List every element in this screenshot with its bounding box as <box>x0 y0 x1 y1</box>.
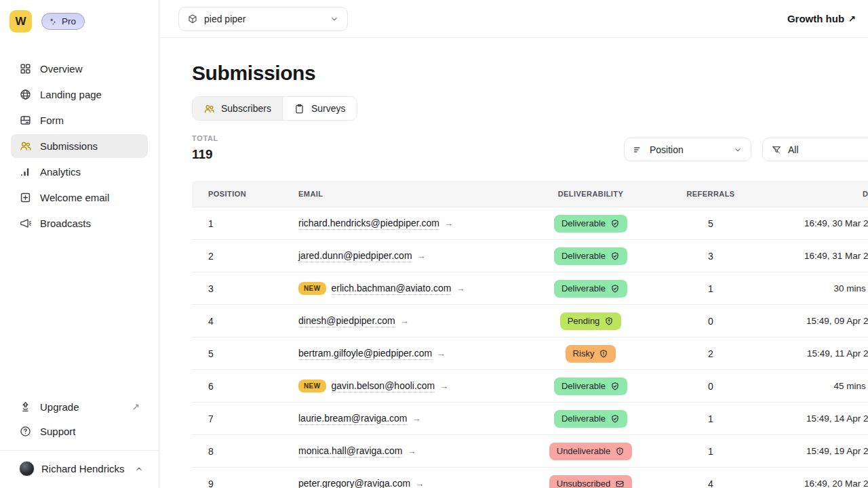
tab-surveys[interactable]: Surveys <box>282 97 357 120</box>
pro-badge-label: Pro <box>62 16 76 26</box>
filter-select[interactable]: All <box>762 138 868 161</box>
table-row[interactable]: 2 jared.dunn@piedpiper.com → Deliverable… <box>192 239 868 272</box>
sort-select[interactable]: Position <box>624 138 751 161</box>
table-row[interactable]: 6 NEW gavin.belson@hooli.com → Deliverab… <box>192 369 868 402</box>
table-body: 1 richard.hendricks@piedpiper.com → Deli… <box>192 207 868 488</box>
referrals-cell: 1 <box>655 283 766 294</box>
upgrade-icon <box>19 401 32 413</box>
sort-icon <box>633 144 644 155</box>
table-row[interactable]: 4 dinesh@piedpiper.com → Pending 0 15:49… <box>192 304 868 337</box>
email-cell: richard.hendricks@piedpiper.com → <box>282 218 526 230</box>
growth-hub-label: Growth hub <box>787 13 844 24</box>
email-cell: NEW erlich.bachman@aviato.com → <box>282 282 526 295</box>
sidebar-item-label: Submissions <box>40 140 98 152</box>
tab-subscribers[interactable]: Subscribers <box>193 97 282 120</box>
upgrade-button[interactable]: Upgrade ↗ <box>11 394 148 419</box>
status-label: Unsubscribed <box>557 479 611 488</box>
column-header-referrals: Referrals <box>655 190 766 198</box>
sidebar-item-label: Analytics <box>40 166 81 178</box>
email-cell: bertram.gilfoyle@piedpiper.com → <box>282 348 526 360</box>
email-link[interactable]: erlich.bachman@aviato.com → <box>332 283 465 295</box>
date-cell: 15:49, 14 Apr 2025 <box>766 413 868 424</box>
user-menu[interactable]: Richard Hendricks <box>0 450 159 488</box>
workspace-select[interactable]: pied piper <box>178 7 348 31</box>
arrow-right-icon: → <box>439 381 448 391</box>
arrow-right-icon: → <box>444 218 453 228</box>
help-circle-icon <box>19 425 32 438</box>
date-cell: 45 mins ago <box>766 381 868 391</box>
deliverability-cell: Deliverable <box>526 378 655 395</box>
tab-label: Surveys <box>311 103 346 114</box>
deliverability-cell: Deliverable <box>526 215 655 232</box>
email-link[interactable]: jared.dunn@piedpiper.com → <box>298 250 426 262</box>
deliverability-cell: Deliverable <box>526 410 655 428</box>
email-link[interactable]: peter.gregory@raviga.com → <box>298 478 424 488</box>
chevron-down-icon <box>330 14 339 24</box>
tab-group: Subscribers Surveys <box>192 96 357 121</box>
sidebar-item-welcome-email[interactable]: Welcome email <box>11 186 148 209</box>
sidebar-item-overview[interactable]: Overview <box>11 57 148 81</box>
table-row[interactable]: 3 NEW erlich.bachman@aviato.com → Delive… <box>192 272 868 304</box>
email-link[interactable]: laurie.bream@raviga.com → <box>298 413 421 425</box>
deliverability-cell: Unsubscribed <box>526 475 655 488</box>
sidebar-item-landing-page[interactable]: Landing page <box>11 83 148 106</box>
email-link[interactable]: monica.hall@raviga.com → <box>298 445 416 458</box>
bar-chart-icon <box>19 165 32 178</box>
position-cell: 6 <box>192 381 282 392</box>
workspace-name: pied piper <box>204 14 246 24</box>
table-row[interactable]: 9 peter.gregory@raviga.com → Unsubscribe… <box>192 467 868 488</box>
submissions-table: Position Email Deliverability Referrals … <box>192 181 868 488</box>
email-link[interactable]: gavin.belson@hooli.com → <box>332 380 449 392</box>
sidebar-item-form[interactable]: Form <box>11 108 148 132</box>
email-text: gavin.belson@hooli.com <box>332 380 435 392</box>
status-icon <box>610 382 620 391</box>
status-label: Pending <box>568 316 600 326</box>
email-link[interactable]: richard.hendricks@piedpiper.com → <box>298 218 453 230</box>
email-link[interactable]: bertram.gilfoyle@piedpiper.com → <box>298 348 446 360</box>
table-header: Position Email Deliverability Referrals … <box>192 181 868 207</box>
sidebar-item-broadcasts[interactable]: Broadcasts <box>11 211 148 235</box>
arrow-right-icon: → <box>412 413 421 424</box>
column-header-date: Date <box>766 190 868 198</box>
arrow-right-icon: → <box>456 283 465 293</box>
avatar <box>19 461 35 476</box>
date-cell: 16:49, 20 Mar 2025 <box>766 479 868 488</box>
external-link-icon: ↗ <box>132 401 140 412</box>
sidebar-item-submissions[interactable]: Submissions <box>11 134 148 158</box>
table-row[interactable]: 8 monica.hall@raviga.com → Undeliverable… <box>192 434 868 467</box>
table-row[interactable]: 1 richard.hendricks@piedpiper.com → Deli… <box>192 207 868 239</box>
footer-item-label: Upgrade <box>40 401 79 413</box>
status-badge: Deliverable <box>554 378 627 395</box>
chevron-up-icon <box>134 464 144 474</box>
status-label: Deliverable <box>561 283 606 293</box>
sidebar-nav: Overview Landing page Form Submissions A… <box>0 57 159 235</box>
status-label: Deliverable <box>561 251 606 261</box>
filters: Position All <box>624 138 868 161</box>
table-row[interactable]: 7 laurie.bream@raviga.com → Deliverable … <box>192 402 868 434</box>
table-row[interactable]: 5 bertram.gilfoyle@piedpiper.com → Risky… <box>192 337 868 369</box>
column-header-position: Position <box>192 190 282 198</box>
filter-icon <box>771 144 782 155</box>
position-cell: 9 <box>192 479 282 488</box>
arrow-right-icon: → <box>437 348 446 359</box>
date-cell: 16:49, 31 Mar 2025 <box>766 251 868 261</box>
sparkles-icon <box>48 17 58 26</box>
email-link[interactable]: dinesh@piedpiper.com → <box>298 315 409 327</box>
new-badge: NEW <box>298 380 326 392</box>
status-icon <box>599 349 608 359</box>
position-cell: 2 <box>192 251 282 262</box>
date-cell: 15:49, 19 Apr 2025 <box>766 446 868 456</box>
sidebar-item-label: Broadcasts <box>40 218 91 229</box>
sidebar-item-analytics[interactable]: Analytics <box>11 160 148 184</box>
status-label: Deliverable <box>561 381 606 391</box>
pro-plan-badge[interactable]: Pro <box>41 13 85 30</box>
support-button[interactable]: Support <box>11 419 148 443</box>
referrals-cell: 0 <box>655 381 766 392</box>
growth-hub-link[interactable]: Growth hub ↗ <box>787 13 856 24</box>
status-badge: Risky <box>566 345 616 363</box>
email-text: peter.gregory@raviga.com <box>298 478 410 488</box>
referrals-cell: 0 <box>655 316 766 327</box>
page-title: Submissions <box>192 62 868 85</box>
app-logo[interactable]: W <box>9 10 32 33</box>
footer-item-label: Support <box>40 426 76 437</box>
